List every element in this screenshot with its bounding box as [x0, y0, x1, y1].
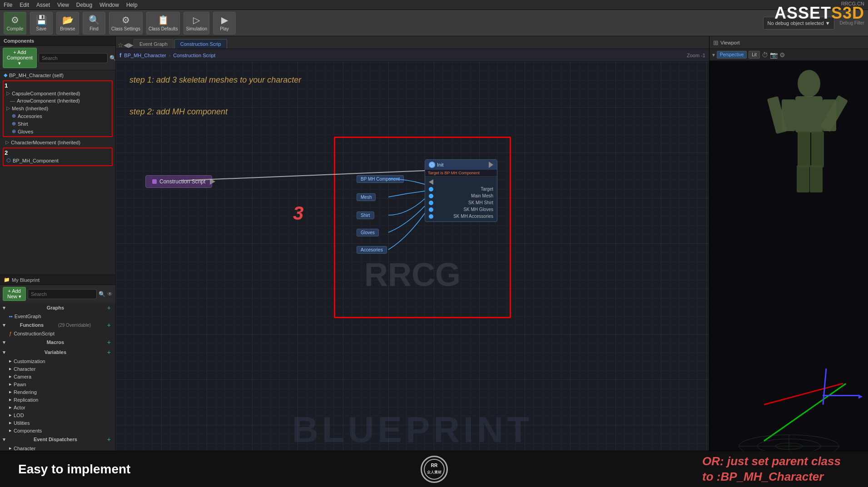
shirt-item[interactable]: ⊕ Shirt [5, 120, 111, 128]
vp-realtime-icon: ⏱ [762, 51, 768, 59]
compile-button[interactable]: ⚙ Compile [4, 12, 26, 34]
event-dispatchers-header[interactable]: ▾ Event Dispatchers + [0, 434, 115, 444]
bp-mh-component-node[interactable]: BP MH Component [357, 175, 404, 183]
accessories-item[interactable]: ⊕ Accesories [5, 112, 111, 120]
label-2-row: 2 [5, 149, 111, 156]
graphs-section-icon: ▾ [3, 305, 5, 311]
blueprint-folder-icon: 📁 [4, 277, 10, 283]
replication-var[interactable]: ▸ Replication [0, 396, 115, 403]
tab-construction-script[interactable]: Construction Scrip [174, 39, 227, 49]
center-panel: ☆ ◀ ▶ Event Graph Construction Scrip f B… [116, 36, 709, 487]
class-defaults-label: Class Defaults [149, 26, 178, 31]
macros-label: Macros [47, 339, 64, 345]
tab-event-graph[interactable]: Event Graph [134, 39, 174, 49]
customization-var[interactable]: ▸ Customization [0, 357, 115, 365]
blueprint-canvas[interactable]: RRCG BLUEPRINT step 1: add 3 skeletal me… [116, 62, 709, 487]
components-var[interactable]: ▸ Components [0, 427, 115, 434]
graphs-section-header[interactable]: ▾ Graphs + [0, 303, 115, 313]
event-graph-item[interactable]: ▪▪ EventGraph [0, 313, 115, 320]
accesories-btn[interactable]: Accesories [357, 246, 387, 254]
zoom-level: Zoom -1 [687, 53, 705, 58]
pawn-chevron-icon: ▸ [9, 381, 12, 387]
class-settings-icon: ⚙ [122, 15, 130, 25]
cs-exec-pin [210, 178, 215, 185]
replication-chevron-icon: ▸ [9, 397, 12, 403]
sk-shirt-pin-row: SK MH Shirt [429, 199, 493, 206]
mesh-btn[interactable]: Mesh [357, 193, 376, 201]
menu-help[interactable]: Help [126, 2, 138, 8]
character-chevron-icon: ▸ [9, 366, 12, 372]
breadcrumb-function[interactable]: Construction Script [173, 53, 215, 58]
add-new-button[interactable]: + Add New ▾ [3, 287, 26, 301]
character-var[interactable]: ▸ Character [0, 365, 115, 373]
add-dispatcher-button[interactable]: + [105, 436, 113, 443]
capsule-icon: ▷ [6, 90, 10, 96]
pawn-var[interactable]: ▸ Pawn [0, 380, 115, 388]
bp-search-input[interactable] [28, 289, 97, 299]
nav-forward-button[interactable]: ▶ [129, 41, 134, 49]
bp-mh-component-item[interactable]: ⬡ BP_MH_Component [5, 157, 111, 164]
breadcrumb-class[interactable]: BP_MH_Character [124, 53, 166, 58]
browse-button[interactable]: 📂 Browse [56, 12, 79, 34]
utilities-var[interactable]: ▸ Utilities [0, 419, 115, 427]
camera-var[interactable]: ▸ Camera [0, 373, 115, 380]
simulation-button[interactable]: ▷ Simulation [184, 12, 209, 34]
components-search-input[interactable] [39, 53, 108, 63]
perspective-button[interactable]: Perspective [717, 51, 747, 59]
menu-asset[interactable]: Asset [36, 2, 50, 8]
menu-edit[interactable]: Edit [20, 2, 29, 8]
menu-window[interactable]: Window [99, 2, 119, 8]
find-button[interactable]: 🔍 Find [83, 12, 105, 34]
arrow-component-item[interactable]: — ArrowComponent (Inherited) [5, 97, 111, 104]
menu-debug[interactable]: Debug [76, 2, 92, 8]
add-component-button[interactable]: + Add Component ▾ [3, 48, 37, 68]
svg-rect-8 [810, 165, 823, 192]
step1-text: step 1: add 3 skeletal meshes to your ch… [129, 75, 301, 85]
play-icon: ▶ [221, 15, 228, 25]
mesh-item[interactable]: ▷ Mesh (Inherited) [5, 104, 111, 112]
lod-var[interactable]: ▸ LOD [0, 411, 115, 419]
character-movement-item[interactable]: ▷ CharacterMovement (Inherited) [0, 138, 115, 146]
functions-count: (29 Overridable) [58, 323, 91, 328]
macros-section-header[interactable]: ▾ Macros + [0, 337, 115, 347]
add-macro-button[interactable]: + [105, 339, 113, 346]
variables-section-header[interactable]: ▾ Variables + [0, 347, 115, 357]
accesories-node[interactable]: Accesories [357, 246, 387, 254]
assets3d-s: S [831, 4, 843, 22]
functions-icon: ▾ [3, 322, 5, 328]
rendering-var[interactable]: ▸ Rendering [0, 388, 115, 396]
shirt-btn[interactable]: Shirt [357, 212, 374, 219]
arrow-icon: — [10, 98, 15, 103]
gloves-icon: ⊕ [12, 128, 16, 134]
event-dispatchers-label: Event Dispatchers [34, 437, 77, 442]
class-settings-button[interactable]: ⚙ Class Settings [109, 12, 143, 34]
construction-script-item[interactable]: ƒ ConstructionScript [0, 330, 115, 337]
label-1-row: 1 [5, 82, 111, 89]
compile-icon: ⚙ [11, 15, 19, 25]
add-function-button[interactable]: + [105, 321, 113, 329]
gloves-item[interactable]: ⊕ Gloves [5, 128, 111, 135]
save-icon: 💾 [36, 15, 47, 25]
functions-section-header[interactable]: ▾ Functions (29 Overridable) + [0, 320, 115, 330]
class-defaults-button[interactable]: 📋 Class Defaults [146, 12, 180, 34]
shirt-node[interactable]: Shirt [357, 212, 374, 219]
gloves-btn[interactable]: Gloves [357, 229, 379, 236]
play-button[interactable]: ▶ Play [213, 12, 236, 34]
menu-view[interactable]: View [57, 2, 69, 8]
lit-button[interactable]: Lit [749, 51, 760, 59]
save-button[interactable]: 💾 Save [30, 12, 53, 34]
gloves-node[interactable]: Gloves [357, 229, 379, 236]
viewport-canvas[interactable]: ▶ [709, 61, 868, 487]
bp-mh-component-btn[interactable]: BP MH Component [357, 175, 404, 183]
self-item[interactable]: ◆ BP_MH_Character (self) [0, 71, 115, 79]
sk-acc-pin-label: SK MH Accessories [453, 214, 493, 219]
compile-label: Compile [7, 26, 24, 31]
menu-file[interactable]: File [4, 2, 12, 8]
actor-var[interactable]: ▸ Actor [0, 403, 115, 411]
mesh-node[interactable]: Mesh [357, 193, 376, 201]
add-graph-button[interactable]: + [105, 304, 113, 311]
nav-back-button[interactable]: ◀ [124, 41, 129, 49]
capsule-component-item[interactable]: ▷ CapsuleComponent (Inherited) [5, 89, 111, 97]
construction-script-node[interactable]: Construction Script [145, 175, 212, 188]
add-variable-button[interactable]: + [105, 349, 113, 356]
